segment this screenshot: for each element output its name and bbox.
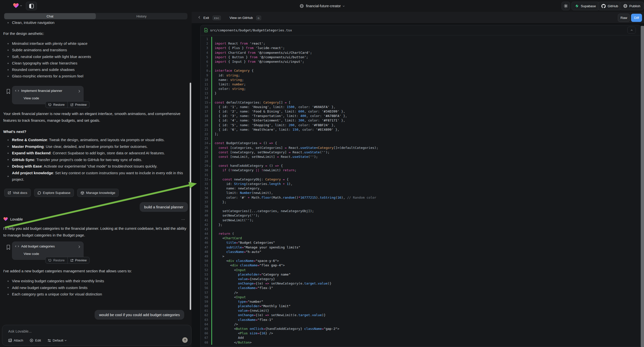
fold-marker[interactable] (208, 73, 211, 78)
fold-marker[interactable] (208, 91, 211, 96)
fold-marker[interactable] (208, 227, 211, 232)
send-button[interactable] (182, 337, 188, 343)
fold-marker[interactable] (208, 60, 211, 64)
fold-marker[interactable] (208, 196, 211, 200)
fold-marker[interactable] (208, 68, 211, 73)
fold-marker[interactable] (208, 132, 211, 136)
fold-marker[interactable] (208, 186, 211, 191)
diff-toggle-button[interactable]: Diff (631, 14, 642, 22)
view-on-github-link[interactable]: View on GitHub (230, 14, 253, 22)
fold-marker[interactable] (208, 331, 211, 336)
fold-marker[interactable] (208, 50, 211, 55)
fold-marker[interactable] (208, 286, 211, 290)
preview-button[interactable]: Preview (68, 257, 89, 263)
fold-marker[interactable] (208, 141, 211, 145)
fold-marker[interactable] (208, 105, 211, 109)
bookmark-icon[interactable] (6, 89, 10, 94)
raw-toggle-button[interactable]: Raw (618, 14, 630, 22)
code-scrollbar[interactable] (641, 26, 644, 347)
fold-marker[interactable] (208, 159, 211, 164)
code-body[interactable]: 12import React from 'react';3import { Pl… (201, 35, 640, 345)
fold-marker[interactable] (208, 300, 211, 304)
publish-button[interactable]: Publish (620, 2, 644, 10)
fold-marker[interactable] (208, 295, 211, 300)
tab-chat[interactable]: Chat (4, 13, 96, 19)
fold-marker[interactable] (208, 232, 211, 236)
fold-marker[interactable] (208, 340, 211, 345)
file-path-row[interactable]: src/components/budget/BudgetCategories.t… (201, 25, 640, 35)
fold-marker[interactable] (208, 277, 211, 281)
fold-marker[interactable] (208, 304, 211, 308)
fold-marker[interactable] (208, 281, 211, 286)
logo-menu-chevron-icon[interactable] (20, 4, 22, 6)
tab-history[interactable]: History (96, 13, 188, 19)
toggle-sidebar-button[interactable] (26, 2, 37, 10)
restore-button[interactable]: Restore (46, 102, 68, 108)
fold-marker[interactable] (208, 154, 211, 159)
fold-marker[interactable] (208, 46, 211, 50)
manage-knowledge-button[interactable]: Manage knowledge (77, 189, 119, 197)
edit-button[interactable]: Edit (30, 338, 41, 342)
fold-marker[interactable] (208, 204, 211, 209)
fold-marker[interactable] (208, 118, 211, 123)
fold-marker[interactable] (208, 182, 211, 186)
fold-marker[interactable] (208, 254, 211, 259)
github-button[interactable]: GitHub (598, 2, 622, 10)
fold-marker[interactable] (208, 114, 211, 118)
fold-marker[interactable] (208, 213, 211, 218)
fold-marker[interactable] (208, 308, 211, 313)
mode-select[interactable]: Default (48, 338, 66, 342)
chat-scrollbar[interactable] (190, 83, 191, 310)
lovable-logo-icon[interactable] (13, 3, 19, 8)
fold-marker[interactable] (208, 263, 211, 268)
fold-marker[interactable] (208, 164, 211, 168)
collapse-file-button[interactable] (627, 27, 636, 34)
fold-marker[interactable] (208, 259, 211, 263)
fold-marker[interactable] (208, 200, 211, 204)
fold-marker[interactable] (208, 123, 211, 128)
fold-marker[interactable] (208, 55, 211, 60)
fold-marker[interactable] (208, 218, 211, 222)
restore-button[interactable]: Restore (46, 257, 68, 263)
fold-marker[interactable] (208, 109, 211, 114)
preview-button[interactable]: Preview (68, 102, 89, 108)
fold-marker[interactable] (208, 173, 211, 177)
attach-button[interactable]: Attach (8, 338, 23, 342)
bookmark-icon[interactable] (6, 245, 10, 250)
fold-marker[interactable] (208, 236, 211, 240)
fold-marker[interactable] (208, 250, 211, 254)
fold-marker[interactable] (208, 326, 211, 331)
fold-marker[interactable] (208, 318, 211, 322)
fold-marker[interactable] (208, 168, 211, 172)
fold-marker[interactable] (208, 313, 211, 318)
chat-input-box[interactable]: Ask Lovable... Attach Edit Default (2, 325, 192, 346)
fold-marker[interactable] (208, 240, 211, 245)
fold-marker[interactable] (208, 41, 211, 46)
view-code-link[interactable]: View code (24, 252, 39, 256)
message-menu-button[interactable]: ⋯ (181, 217, 186, 222)
exit-button[interactable]: Exit (204, 14, 209, 22)
supabase-button[interactable]: Supabase (572, 2, 600, 10)
fold-marker[interactable] (208, 78, 211, 82)
fold-marker[interactable] (208, 64, 211, 68)
fold-marker[interactable] (208, 245, 211, 250)
fold-marker[interactable] (208, 37, 211, 41)
fold-marker[interactable] (208, 191, 211, 195)
visit-docs-button[interactable]: Visit docs (4, 189, 31, 197)
fold-marker[interactable] (208, 150, 211, 154)
fold-marker[interactable] (208, 128, 211, 132)
fold-marker[interactable] (208, 82, 211, 87)
fold-marker[interactable] (208, 100, 211, 105)
fold-marker[interactable] (208, 136, 211, 141)
explore-supabase-button[interactable]: Explore Supabase (34, 189, 74, 197)
fold-marker[interactable] (208, 146, 211, 150)
fold-marker[interactable] (208, 87, 211, 91)
fold-marker[interactable] (208, 322, 211, 326)
fold-marker[interactable] (208, 290, 211, 295)
fold-marker[interactable] (208, 272, 211, 277)
fold-marker[interactable] (208, 336, 211, 340)
fold-marker[interactable] (208, 96, 211, 100)
project-switcher[interactable]: financial-future-creator (0, 0, 644, 12)
view-code-link[interactable]: View code (24, 96, 39, 100)
settings-button[interactable] (562, 2, 570, 10)
